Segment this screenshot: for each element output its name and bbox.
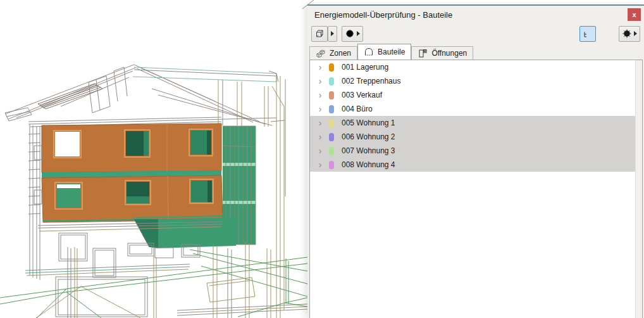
list-item[interactable]: › 002 Treppenhaus bbox=[310, 74, 635, 88]
tab-oeffnungen[interactable]: Öffnungen bbox=[411, 46, 473, 60]
show-model-button[interactable] bbox=[311, 26, 328, 42]
tree-view-icon bbox=[583, 29, 593, 39]
tree-view-button[interactable] bbox=[579, 26, 596, 42]
dropdown-arrow-icon bbox=[634, 31, 637, 36]
panel-toolbar bbox=[307, 24, 644, 43]
tab-bar: Zonen Bauteile Öffnungen bbox=[307, 44, 644, 60]
tab-zonen[interactable]: Zonen bbox=[309, 46, 357, 60]
expand-chevron-icon[interactable]: › bbox=[316, 144, 325, 158]
list-item[interactable]: › 007 Wohnung 3 bbox=[310, 144, 635, 158]
refresh-button[interactable] bbox=[342, 26, 363, 42]
cube-icon bbox=[314, 29, 325, 39]
dropdown-arrow-icon bbox=[331, 31, 334, 36]
expand-chevron-icon[interactable]: › bbox=[316, 158, 325, 172]
list-item-label: 003 Verkauf bbox=[342, 91, 382, 99]
color-swatch bbox=[329, 147, 334, 155]
list-item[interactable]: › 005 Wohnung 1 bbox=[310, 116, 635, 130]
list-item[interactable]: › 006 Wohnung 2 bbox=[310, 130, 635, 144]
expand-chevron-icon[interactable]: › bbox=[316, 60, 325, 74]
list-item-label: 006 Wohnung 2 bbox=[342, 132, 395, 141]
color-swatch bbox=[329, 161, 334, 169]
panel-titlebar[interactable]: Energiemodell-Überprüfung - Bauteile x bbox=[307, 6, 644, 24]
list-item-label: 007 Wohnung 3 bbox=[342, 146, 395, 155]
color-swatch bbox=[329, 63, 334, 72]
expand-chevron-icon[interactable]: › bbox=[316, 130, 325, 144]
expand-chevron-icon[interactable]: › bbox=[316, 74, 325, 88]
scrollbar-track[interactable] bbox=[635, 60, 642, 318]
color-swatch bbox=[329, 77, 334, 86]
list-item-label: 005 Wohnung 1 bbox=[342, 118, 395, 127]
list-item-label: 001 Lagerung bbox=[342, 63, 388, 72]
tab-label: Bauteile bbox=[378, 48, 405, 56]
color-swatch bbox=[329, 133, 334, 141]
dropdown-arrow-icon bbox=[357, 31, 360, 36]
settings-button[interactable] bbox=[619, 26, 640, 42]
panel-title: Energiemodell-Überprüfung - Bauteile bbox=[314, 10, 452, 20]
element-rows: › 001 Lagerung › 002 Treppenhaus › 003 V… bbox=[310, 60, 635, 318]
zones-cubes-icon bbox=[316, 48, 326, 58]
color-swatch bbox=[329, 91, 334, 99]
list-item[interactable]: › 004 Büro bbox=[310, 102, 635, 116]
color-swatch bbox=[329, 105, 334, 113]
expand-chevron-icon[interactable]: › bbox=[316, 116, 325, 130]
list-item-label: 004 Büro bbox=[342, 105, 373, 113]
list-item-label: 008 Wohnung 4 bbox=[342, 160, 395, 169]
list-view-icon bbox=[602, 29, 612, 39]
building-arch-icon bbox=[364, 47, 374, 57]
color-swatch bbox=[329, 119, 334, 127]
close-button[interactable]: x bbox=[628, 8, 641, 21]
refresh-icon bbox=[345, 29, 355, 39]
building-walls bbox=[42, 124, 223, 222]
element-list: › 001 Lagerung › 002 Treppenhaus › 003 V… bbox=[309, 60, 643, 318]
list-item-label: 002 Treppenhaus bbox=[342, 77, 400, 86]
door-icon bbox=[418, 48, 428, 58]
energy-model-panel: Energiemodell-Überprüfung - Bauteile x bbox=[307, 4, 644, 318]
list-item[interactable]: › 008 Wohnung 4 bbox=[310, 158, 635, 172]
flat-view-button[interactable] bbox=[599, 26, 616, 42]
expand-chevron-icon[interactable]: › bbox=[316, 88, 325, 102]
expand-chevron-icon[interactable]: › bbox=[316, 102, 325, 116]
tab-label: Öffnungen bbox=[431, 49, 467, 58]
list-item[interactable]: › 001 Lagerung bbox=[310, 60, 635, 74]
tab-bauteile[interactable]: Bauteile bbox=[357, 44, 411, 60]
show-model-dropdown-button[interactable] bbox=[328, 26, 337, 42]
gear-icon bbox=[622, 29, 632, 39]
app-window: Energiemodell-Überprüfung - Bauteile x bbox=[0, 0, 644, 318]
tab-label: Zonen bbox=[330, 49, 351, 58]
list-item[interactable]: › 003 Verkauf bbox=[310, 88, 635, 102]
